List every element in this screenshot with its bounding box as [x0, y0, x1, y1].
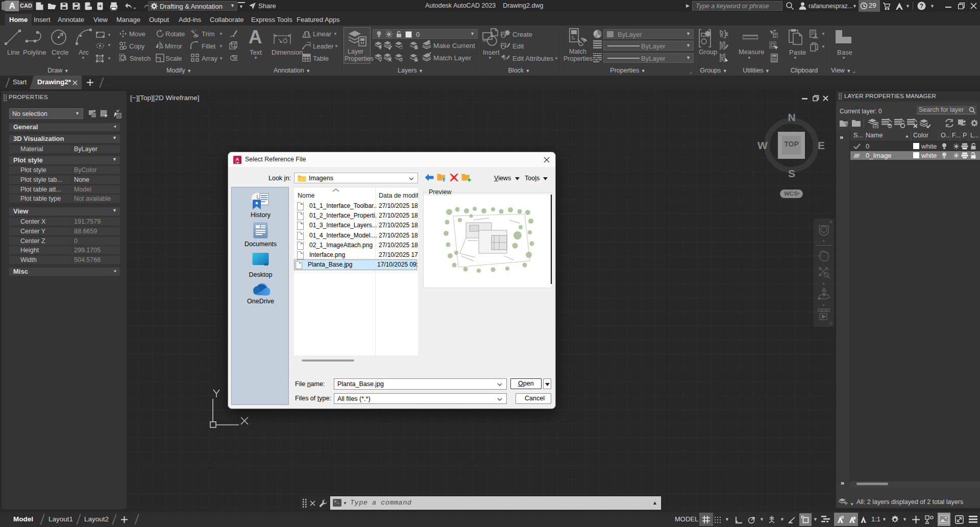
svg-text:CAD: CAD: [235, 162, 239, 164]
svg-text:A: A: [236, 156, 239, 162]
svg-text:?: ?: [920, 3, 923, 10]
